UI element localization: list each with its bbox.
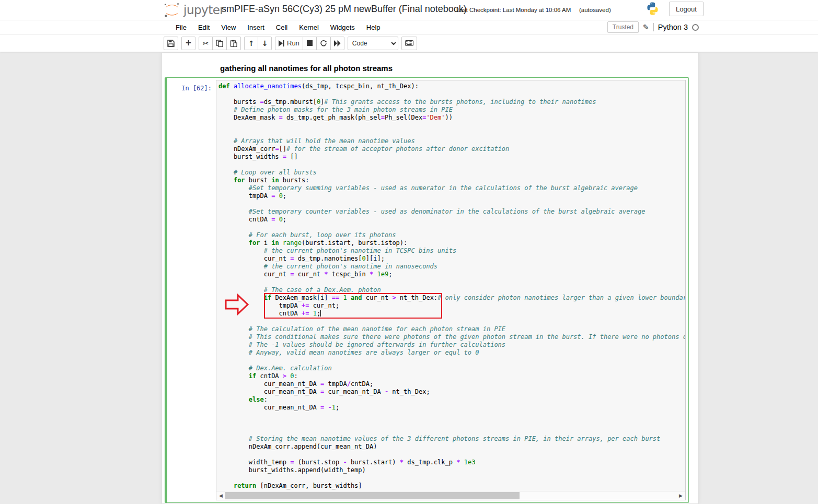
cell-type-dropdown[interactable]: Code (348, 37, 398, 50)
code-line (218, 474, 685, 482)
code-line: # Loop over all bursts (218, 169, 685, 177)
jupyter-logo-icon (164, 2, 180, 18)
code-line: cur_mean_nt_DA = cur_mean_nt_DA - nt_th_… (218, 388, 685, 396)
code-line: cntDA = 0; (218, 216, 685, 224)
input-prompt: In [62]: (167, 78, 216, 502)
code-line (218, 278, 685, 286)
keyboard-icon (405, 40, 413, 46)
code-line: bursts =ds_tmp.mburst[0]# This grants ac… (218, 98, 685, 106)
menu-item-edit[interactable]: Edit (192, 21, 215, 34)
code-line (218, 427, 685, 435)
jupyter-logo[interactable]: jupyter (164, 2, 224, 18)
restart-run-all-button[interactable] (330, 37, 344, 50)
text-cursor (320, 310, 321, 317)
menu-item-cell[interactable]: Cell (270, 21, 293, 34)
scissors-icon: ✂ (203, 40, 209, 47)
code-line: burst_widths = [] (218, 153, 685, 161)
code-lines: def allocate_nanotimes(ds_tmp, tcspc_bin… (216, 80, 685, 490)
code-line: tmpDA = 0; (218, 192, 685, 200)
code-line: cur_nt = cur_nt * tcspc_bin * 1e9; (218, 271, 685, 278)
code-cell[interactable]: In [62]: def allocate_nanotimes(ds_tmp, … (165, 77, 689, 503)
markdown-heading[interactable]: gathering all nanotimes for all photon s… (220, 64, 393, 73)
checkpoint-status: Last Checkpoint: Last Monday at 10:06 AM (456, 7, 571, 13)
notebook-title[interactable]: smPIFE-aSyn 56C(Cy3) 25 pM newBuffer (Fi… (222, 4, 467, 15)
fast-forward-icon (334, 40, 341, 46)
code-line: # Arrays that will hold the mean nanotim… (218, 137, 685, 145)
step-forward-icon (279, 40, 284, 46)
code-line (218, 224, 685, 231)
code-line: # The case of a Dex.Aem. photon (218, 286, 685, 294)
scrollbar-left-arrow[interactable]: ◀ (216, 491, 225, 500)
code-line: # The calculation of the mean nanotime f… (218, 325, 685, 333)
menu-items: FileEditViewInsertCellKernelWidgetsHelp (170, 21, 386, 34)
code-line (218, 357, 685, 365)
menu-item-widgets[interactable]: Widgets (325, 21, 361, 34)
insert-cell-button[interactable]: + (181, 37, 195, 50)
scrollbar-right-arrow[interactable]: ▶ (676, 491, 685, 500)
code-line: # the current photon's nanotime in nanos… (218, 263, 685, 271)
code-line: # the current photon's nanotime in TCSPC… (218, 247, 685, 255)
code-line: cur_nt = ds_tmp.nanotimes[0][i]; (218, 255, 685, 263)
code-line (218, 90, 685, 98)
menu-item-view[interactable]: View (215, 21, 241, 34)
paste-cells-button[interactable] (226, 37, 241, 50)
notebook-header: jupyter smPIFE-aSyn 56C(Cy3) 25 pM newBu… (0, 0, 818, 52)
cut-cells-button[interactable]: ✂ (199, 37, 213, 50)
code-line: if cntDA > 0: (218, 372, 685, 380)
scrollbar-thumb[interactable] (225, 492, 520, 499)
logo-row: jupyter smPIFE-aSyn 56C(Cy3) 25 pM newBu… (0, 0, 818, 20)
toolbar: + ✂ ↑ ↓ Run (0, 34, 818, 52)
code-line: burst_widths.append(width_temp) (218, 466, 685, 474)
menu-item-insert[interactable]: Insert (241, 21, 270, 34)
code-line: nDexAm_corr=[]# for the stream of accept… (218, 145, 685, 153)
code-line: width_temp = (burst.stop - burst.start) … (218, 459, 685, 466)
code-line: return [nDexAm_corr, burst_widths] (218, 482, 685, 490)
move-cell-down-button[interactable]: ↓ (258, 37, 272, 50)
plus-icon: + (185, 39, 192, 47)
code-line: # The -1 values should be ignored afterw… (218, 341, 685, 349)
code-line: for burst in bursts: (218, 177, 685, 184)
code-line: nDexAm_corr.append(cur_mean_nt_DA) (218, 443, 685, 451)
run-button-label: Run (287, 39, 299, 47)
move-cell-up-button[interactable]: ↑ (244, 37, 258, 50)
code-line: # This conditional makes sure there were… (218, 333, 685, 341)
menu-item-help[interactable]: Help (361, 21, 386, 34)
menu-item-kernel[interactable]: Kernel (293, 21, 325, 34)
save-button[interactable] (164, 37, 178, 50)
code-editor[interactable]: def allocate_nanotimes(ds_tmp, tcspc_bin… (216, 80, 686, 500)
copy-icon (216, 40, 223, 47)
notebook-site-background: gathering all nanotimes for all photon s… (0, 53, 818, 504)
code-line: for i in range(burst.istart, burst.istop… (218, 239, 685, 247)
code-line: # Storing the mean nanotime values of th… (218, 435, 685, 443)
arrow-up-icon: ↑ (248, 40, 255, 47)
kernel-idle-indicator-icon (692, 24, 699, 31)
code-line: cur_mean_nt_DA = -1; (218, 404, 685, 412)
kernel-name-label: Python 3 (658, 23, 688, 31)
command-palette-button[interactable] (401, 37, 417, 50)
interrupt-kernel-button[interactable] (303, 37, 317, 50)
code-horizontal-scrollbar[interactable]: ◀ ▶ (216, 491, 685, 500)
code-line (218, 200, 685, 208)
code-line: else: (218, 396, 685, 404)
stop-icon (307, 40, 313, 46)
menu-divider (653, 23, 654, 31)
arrow-down-icon: ↓ (262, 40, 268, 47)
code-line (218, 161, 685, 169)
code-line: cntDA += 1; (218, 310, 685, 318)
restart-kernel-button[interactable] (316, 37, 331, 50)
jupyter-logo-text: jupyter (183, 3, 224, 17)
run-cell-button[interactable]: Run (275, 37, 303, 50)
code-line: tmpDA += cur_nt; (218, 302, 685, 310)
floppy-icon (167, 40, 175, 47)
code-line (218, 419, 685, 427)
code-line: # Anyway, valid mean nanotimes are alway… (218, 349, 685, 357)
copy-cells-button[interactable] (212, 37, 227, 50)
code-line: # Dex.Aem. calculation (218, 365, 685, 372)
logout-button[interactable]: Logout (669, 2, 704, 16)
edit-mode-pencil-icon: ✎ (643, 24, 649, 31)
menu-item-file[interactable]: File (170, 21, 192, 34)
code-line: #Set temporary summing variables - used … (218, 184, 685, 192)
code-line (218, 122, 685, 130)
trusted-button[interactable]: Trusted (607, 21, 639, 33)
code-line: #Set temporary counter variables - used … (218, 208, 685, 216)
